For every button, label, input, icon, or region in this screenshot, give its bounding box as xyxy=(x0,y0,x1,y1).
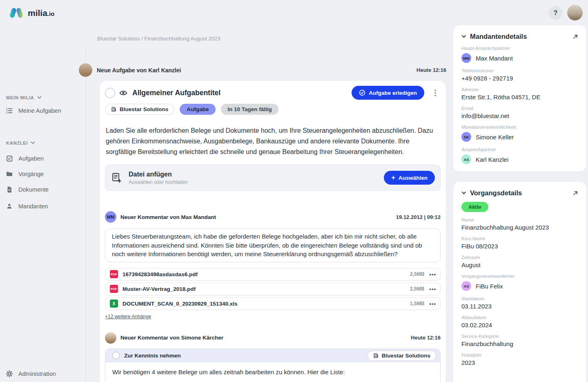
sidebar-section-mein-milia[interactable]: MEIN MILIA xyxy=(6,95,42,100)
milia-logo-icon xyxy=(9,7,24,19)
attachment-row[interactable]: X DOCUMENT_SCAN_0_20230929_151340.xls 1,… xyxy=(105,297,441,310)
field-value: 03.02.2024 xyxy=(461,322,578,328)
acknowledge-comment-card: Zur Kenntnis nehmen Bluestar Solutions W… xyxy=(105,348,441,382)
person-avatar[interactable]: SK xyxy=(461,132,471,142)
panel-title: Vorgangsdetails xyxy=(470,189,569,197)
field-label: Email xyxy=(461,106,578,111)
field-value: 2023 xyxy=(461,359,578,366)
field-label: Vorgangsverantwortlicher xyxy=(461,274,578,279)
comment-title: Neuer Kommentar von Simone Kärcher xyxy=(120,335,407,341)
pdf-file-icon: PDF xyxy=(110,285,118,293)
tag-client-label: Bluestar Solutions xyxy=(382,353,430,359)
help-button[interactable]: ? xyxy=(549,6,562,20)
commenter-avatar[interactable]: MM xyxy=(105,211,116,223)
breadcrumb[interactable]: Bluestar Solutions / Finanzbuchhaltung A… xyxy=(97,36,220,42)
attachment-menu-ellipsis[interactable]: ••• xyxy=(429,286,436,292)
sidebar-item-administration[interactable]: Administration xyxy=(6,370,56,378)
person-icon xyxy=(6,203,13,210)
person-avatar[interactable]: AS xyxy=(461,281,471,291)
field-label: Adresse xyxy=(461,87,578,92)
external-link-icon[interactable] xyxy=(572,34,578,40)
attachment-row[interactable]: PDF 167394283498asdasdas6.pdf 2,5MB ••• xyxy=(105,268,441,281)
field-value: info@bluestar.net xyxy=(461,112,578,119)
person-avatar[interactable]: AS xyxy=(461,154,471,164)
building-icon xyxy=(111,107,116,112)
sidebar-section-kanzlei[interactable]: KANZLEI xyxy=(6,141,35,145)
choose-file-button[interactable]: + Auswählen xyxy=(384,171,435,185)
event-author-avatar[interactable] xyxy=(79,63,92,77)
field-person: AS Karl Kanzlei xyxy=(461,154,578,164)
sidebar-section-label: KANZLEI xyxy=(6,141,28,145)
attachment-name: 167394283498asdasdas6.pdf xyxy=(122,271,410,277)
task-title: Allgemeiner Aufgabentitel xyxy=(132,89,347,97)
event-time: Heute 12:16 xyxy=(416,67,446,73)
app-logo[interactable]: milia.io xyxy=(9,7,54,19)
plus-icon: + xyxy=(391,174,395,181)
acknowledge-checkbox[interactable] xyxy=(112,352,120,359)
commenter-avatar[interactable] xyxy=(105,332,116,344)
sidebar-item-aufgaben[interactable]: Aufgaben xyxy=(6,155,44,162)
sidebar-item-label: Dokumente xyxy=(18,186,49,193)
attach-title: Datei anfügen xyxy=(129,171,384,178)
attachment-name: DOCUMENT_SCAN_0_20230929_151340.xls xyxy=(122,301,410,307)
file-plus-icon xyxy=(111,172,122,183)
field-label: Fiskaljahr xyxy=(461,353,578,357)
tag-type: Aufgabe xyxy=(180,104,216,115)
chevron-down-icon[interactable] xyxy=(461,35,466,38)
complete-task-label: Aufgabe erledigen xyxy=(369,90,417,96)
sidebar-item-label: Meine Aufgaben xyxy=(18,107,61,114)
field-label: Startdatum xyxy=(461,296,578,301)
check-circle-icon xyxy=(359,89,365,96)
folder-icon xyxy=(6,170,13,178)
tag-due-date: In 10 Tagen fällig xyxy=(221,104,278,115)
sidebar-divider xyxy=(86,46,86,382)
choose-file-label: Auswählen xyxy=(399,175,428,181)
sidebar-item-dokumente[interactable]: Dokumente xyxy=(6,186,49,193)
app-page: milia.io ? MEIN MILIA Meine Aufgaben KAN… xyxy=(0,0,588,382)
task-card: Allgemeiner Aufgabentitel Aufgabe erledi… xyxy=(100,81,446,382)
task-description: Laden Sie alle erforderlichen Belege und… xyxy=(105,125,441,157)
client-details-panel: Mandantendetails Haupt-Ansprechpartner M… xyxy=(453,25,586,172)
eye-icon[interactable] xyxy=(119,90,127,96)
task-complete-checkbox[interactable] xyxy=(105,88,115,98)
sidebar-item-meine-aufgaben[interactable]: Meine Aufgaben xyxy=(6,107,61,114)
field-label: Zeitraum xyxy=(461,255,578,260)
attachment-list: PDF 167394283498asdasdas6.pdf 2,5MB ••• … xyxy=(105,268,441,310)
event-title: Neue Aufgabe von Karl Kanzlei xyxy=(97,67,181,74)
sidebar-item-mandanten[interactable]: Mandanten xyxy=(6,203,48,210)
pdf-file-icon: PDF xyxy=(110,270,118,278)
task-menu-kebab[interactable]: ⋮ xyxy=(430,88,441,97)
brand-suffix: .io xyxy=(47,10,55,17)
more-attachments-link[interactable]: +12 weitere Anhänge xyxy=(105,314,151,319)
field-value: August xyxy=(461,261,578,268)
attachment-row[interactable]: PDF Muster-AV-Vertrag_2018.pdf 2,5MB ••• xyxy=(105,283,441,295)
external-link-icon[interactable] xyxy=(572,190,578,196)
attachment-size: 1,5MB xyxy=(410,301,424,306)
acknowledge-label: Zur Kenntnis nehmen xyxy=(124,353,368,359)
attach-subtitle: Auswählen oder hochladen xyxy=(129,179,384,185)
field-person: MM Max Mandant xyxy=(461,53,578,63)
field-label: Name xyxy=(461,217,578,222)
xls-file-icon: X xyxy=(110,299,118,308)
person-avatar[interactable]: MM xyxy=(461,53,471,63)
person-name: Simone Keller xyxy=(476,134,514,141)
attachment-menu-ellipsis[interactable]: ••• xyxy=(429,271,436,277)
chevron-down-icon xyxy=(37,96,42,99)
field-value: FiBu 08/2023 xyxy=(461,243,578,250)
field-label: Mandatsverantwortlichkeit: xyxy=(461,125,578,130)
chevron-down-icon xyxy=(31,141,35,145)
complete-task-button[interactable]: Aufgabe erledigen xyxy=(352,86,424,100)
attachment-menu-ellipsis[interactable]: ••• xyxy=(429,301,436,307)
sidebar-item-vorgaenge[interactable]: Vorgänge xyxy=(6,170,44,178)
file-dropzone[interactable]: Datei anfügen Auswählen oder hochladen +… xyxy=(105,165,441,191)
field-value: +49 0928 - 292719 xyxy=(461,75,578,82)
user-avatar[interactable] xyxy=(567,5,583,20)
status-badge: Aktiv xyxy=(461,202,488,212)
chevron-down-icon[interactable] xyxy=(461,191,466,195)
panel-title: Mandantendetails xyxy=(470,33,569,40)
attachment-size: 2,5MB xyxy=(410,286,424,292)
field-label: Ablaudatum xyxy=(461,315,578,320)
comment-timestamp: Heute 12:16 xyxy=(411,335,441,341)
field-value: Finanzbuchhaltung xyxy=(461,340,578,347)
field-label: Kurz-Name xyxy=(461,236,578,241)
